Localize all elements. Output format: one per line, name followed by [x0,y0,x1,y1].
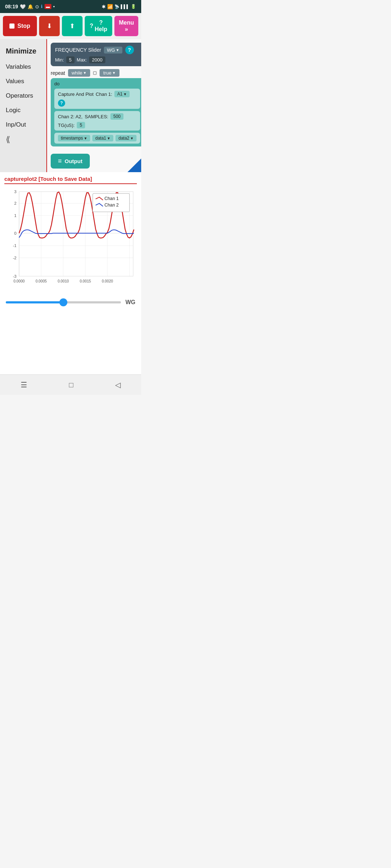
help-label: ? Help [95,20,108,33]
toolbar: Stop ⬇ ⬆ ? ? Help Menu » [0,13,141,39]
download-corner-icon: ⬇ [140,163,141,170]
data2-badge[interactable]: data2 ▼ [115,135,136,141]
sidebar-item-values[interactable]: Values [0,74,46,89]
svg-text:0.0020: 0.0020 [102,279,113,283]
nav-menu-button[interactable]: ☰ [13,379,34,391]
nav-menu-icon: ☰ [21,381,27,389]
sidebar: Minimize Variables Values Operators Logi… [0,39,47,172]
slider-section: WG [0,292,141,309]
status-left: 08:19 🤍 🔔 ⊙ ℹ ▬ • [5,4,55,9]
timestamps-badge[interactable]: timestamps ▼ [58,135,90,141]
dot-icon: • [53,4,55,9]
sidebar-item-logic[interactable]: Logic [0,103,46,118]
data1-badge[interactable]: data1 ▼ [92,135,113,141]
freq-help-button[interactable]: ? [125,46,134,54]
stop-label: Stop [17,23,30,29]
svg-text:-1: -1 [13,243,17,248]
while-label: while [72,70,83,76]
svg-text:2: 2 [14,201,16,205]
while-badge[interactable]: while ▼ [68,69,91,77]
nav-home-icon: □ [69,381,73,389]
svg-text:3: 3 [14,190,16,194]
slider-thumb[interactable] [59,298,67,306]
nav-back-button[interactable]: ◁ [108,379,128,391]
stop-icon [9,24,14,29]
svg-text:0.0010: 0.0010 [58,279,69,283]
min-label: Min: [55,57,64,63]
max-value[interactable]: 2000 [89,56,105,63]
sidebar-item-inpout[interactable]: Inp/Out [0,118,46,132]
chart-underline [4,183,137,184]
wg-label: WG [107,47,115,53]
chan2-row: Chan 2: A2, SAMPLES: 500 TG(uS): 5 [54,111,140,131]
spacer [0,309,141,374]
status-right: ✱ 📶 📡 ▌▌▌ 🔋 [102,4,136,9]
repeat-label: repeat [51,70,65,76]
max-label: Max: [77,57,87,63]
capture-help-button[interactable]: ? [58,99,65,107]
a1-label: A1 [117,92,123,97]
bell-icon: 🔔 [28,4,33,9]
svg-text:Chan 2: Chan 2 [105,203,119,208]
samples-value[interactable]: 500 [110,113,123,120]
status-time: 08:19 [5,4,18,9]
upload-button[interactable]: ⬆ [62,16,83,36]
svg-text:-2: -2 [13,256,17,260]
bars-icon: ▌▌▌ [121,4,129,9]
expand-icon: ⟪ [6,135,10,144]
data1-label: data1 [95,136,106,141]
music-icon: ▬ [45,4,51,9]
output-label: Output [65,158,83,164]
download-icon: ⬇ [47,22,52,30]
output-button[interactable]: ≡ Output [51,154,90,169]
download-corner-button[interactable]: ⬇ [127,152,141,172]
menu-button[interactable]: Menu » [114,16,138,36]
variables-label: Variables [6,63,31,70]
tg-value[interactable]: 5 [77,122,85,128]
slider-label: WG [125,299,135,306]
values-label: Values [6,78,24,85]
ts-dropdown-icon: ▼ [84,136,87,140]
do-label: do [54,81,140,86]
freq-slider-title: FREQUENCY Slider WG ▼ ? [55,46,139,54]
freq-help-icon: ? [128,47,131,53]
chart-title[interactable]: captureplot2 [Touch to Save Data] [4,176,137,182]
min-value[interactable]: 5 [66,56,75,63]
chart-section: captureplot2 [Touch to Save Data] 3 2 [0,172,141,292]
slider-track[interactable] [6,301,121,303]
repeat-block: repeat while ▼ true ▼ [51,69,141,77]
svg-text:0.0005: 0.0005 [35,279,47,283]
data2-dropdown-icon: ▼ [130,136,134,140]
capture-label: Capture And Plot [58,92,93,97]
true-badge[interactable]: true ▼ [100,69,119,77]
nav-home-button[interactable]: □ [62,379,80,391]
nav-back-icon: ◁ [115,381,121,389]
svg-text:0.0000: 0.0000 [13,279,25,283]
wg-dropdown-icon: ▼ [116,48,119,52]
heart-icon: 🤍 [20,4,26,9]
chart-container[interactable]: 3 2 1 0 -1 -2 -3 0.0000 0.0005 0.0010 0.… [4,187,137,292]
sidebar-expand-button[interactable]: ⟪ [0,132,46,147]
do-block: do Capture And Plot Chan 1: A1 ▼ ? Chan … [51,78,141,146]
sidebar-item-variables[interactable]: Variables [0,60,46,74]
chan1-label: Chan 1: [96,92,112,97]
sidebar-item-operators[interactable]: Operators [0,89,46,103]
while-dropdown-icon: ▼ [83,71,87,75]
download-button[interactable]: ⬇ [39,16,60,36]
question-icon: ? [90,23,93,29]
main-content: Minimize Variables Values Operators Logi… [0,39,141,172]
bluetooth-icon: ✱ [102,4,106,9]
stop-button[interactable]: Stop [3,16,37,36]
a1-badge[interactable]: A1 ▼ [114,91,130,97]
sidebar-minimize[interactable]: Minimize [0,43,46,60]
inpout-label: Inp/Out [6,121,26,128]
chan2-label: Chan 2: A2, [58,114,83,119]
wg-badge[interactable]: WG ▼ [104,47,122,54]
slider-fill [6,301,63,303]
help-button[interactable]: ? ? Help [85,16,112,36]
menu-label: Menu » [119,20,134,33]
upload-icon: ⬆ [70,22,75,30]
battery-icon: 🔋 [131,4,136,9]
data1-dropdown-icon: ▼ [107,136,110,140]
info-icon: ℹ [41,4,43,9]
